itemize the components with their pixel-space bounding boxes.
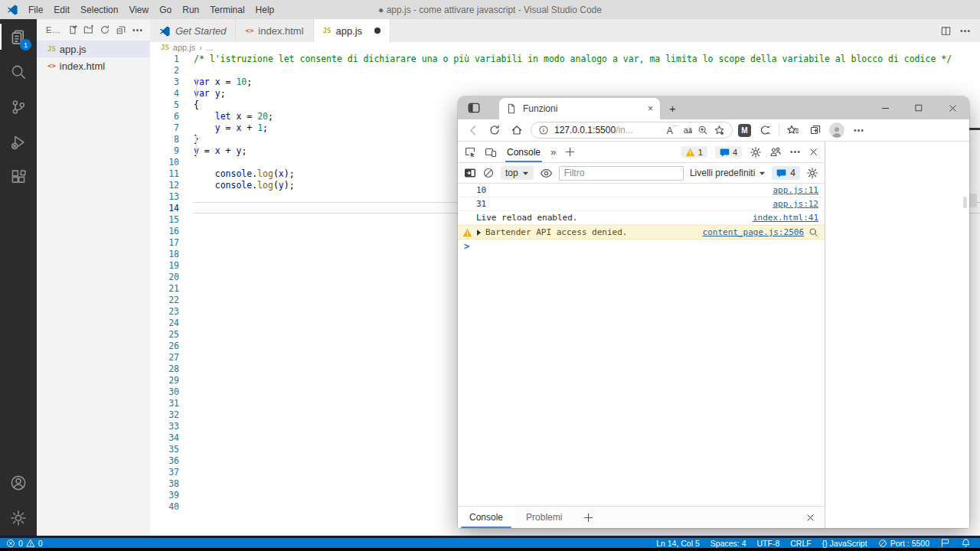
workspaces-icon[interactable] — [467, 101, 481, 115]
menu-terminal[interactable]: Terminal — [204, 5, 250, 15]
file-item-index-html[interactable]: <>index.html — [37, 57, 150, 74]
tab-close-icon[interactable]: × — [648, 103, 653, 114]
tab-app-js[interactable]: JSapp.js — [314, 19, 391, 42]
status-language-mode[interactable]: {} JavaScript — [822, 539, 867, 548]
file-item-app-js[interactable]: JSapp.js — [37, 41, 150, 57]
messages-count-chip[interactable]: 4 — [772, 166, 800, 180]
source-control-activity-button[interactable] — [0, 90, 37, 125]
favorites-icon[interactable] — [785, 124, 802, 136]
line-number: 20 — [150, 272, 179, 282]
settings-button[interactable] — [0, 500, 37, 536]
zoom-icon[interactable] — [697, 125, 708, 135]
notifications-bell-icon[interactable] — [961, 538, 971, 548]
drawer-tab-console[interactable]: Console — [458, 507, 514, 528]
collapse-folders-icon[interactable] — [116, 24, 126, 35]
search-activity-button[interactable] — [0, 54, 37, 90]
new-tab-button[interactable]: + — [669, 102, 676, 115]
home-button[interactable] — [508, 124, 525, 136]
tab-index-html[interactable]: <>index.html — [236, 19, 313, 42]
file-name: app.js — [60, 44, 87, 55]
drawer-add-tab[interactable] — [573, 507, 603, 528]
drawer-tab-problemi[interactable]: Problemi — [514, 507, 573, 528]
devtools-more-icon[interactable] — [789, 146, 801, 158]
code-line-2: 2 — [150, 64, 980, 76]
source-link[interactable]: index.html:41 — [753, 213, 818, 223]
refresh-button[interactable] — [486, 124, 503, 136]
problems-indicator[interactable]: 0 0 — [6, 539, 43, 548]
browser-titlebar: Funzioni × + — [458, 96, 969, 119]
tab-get-started[interactable]: Get Started — [150, 19, 236, 42]
status-cursor-position[interactable]: Ln 14, Col 5 — [656, 539, 700, 548]
refresh-explorer-icon[interactable] — [100, 24, 110, 35]
extension-c-icon[interactable] — [756, 124, 773, 136]
run-debug-activity-button[interactable] — [0, 125, 37, 160]
more-actions-icon[interactable] — [132, 24, 143, 36]
editor-more-actions-icon[interactable] — [959, 25, 971, 37]
line-number: 17 — [150, 237, 179, 248]
console-prompt[interactable]: > — [458, 240, 825, 253]
devtools-tab-console[interactable]: Console — [505, 142, 542, 162]
clear-console-icon[interactable] — [482, 167, 495, 179]
split-editor-icon[interactable] — [940, 25, 952, 37]
drawer-close-icon[interactable] — [796, 507, 825, 528]
more-tools-icon[interactable]: » — [550, 146, 556, 158]
inspect-element-icon[interactable] — [464, 146, 476, 158]
favorite-star-icon[interactable] — [714, 125, 725, 136]
log-levels-selector[interactable]: Livelli predefiniti — [690, 168, 766, 178]
warning-icon — [26, 539, 35, 548]
context-selector[interactable]: top — [501, 166, 534, 180]
live-expression-icon[interactable] — [540, 167, 553, 180]
console-sidebar-icon[interactable] — [464, 168, 476, 178]
warning-icon — [462, 228, 472, 237]
browser-tab[interactable]: Funzioni × — [499, 98, 660, 119]
browser-menu-icon[interactable] — [850, 125, 867, 136]
new-file-icon[interactable] — [67, 24, 78, 35]
explorer-activity-button[interactable]: 1 — [0, 19, 37, 54]
filter-input[interactable] — [559, 166, 684, 181]
editor-scrollbar[interactable] — [969, 194, 977, 207]
page-scrollbar[interactable] — [963, 197, 967, 208]
status-live-server-port[interactable]: Port : 5500 — [878, 539, 929, 548]
menu-selection[interactable]: Selection — [75, 5, 123, 15]
extension-m-icon[interactable]: M — [738, 124, 751, 137]
site-info-icon[interactable] — [538, 125, 549, 135]
new-folder-icon[interactable] — [83, 24, 94, 35]
menu-go[interactable]: Go — [154, 5, 177, 15]
menu-help[interactable]: Help — [250, 5, 280, 15]
messages-badge[interactable]: 4 — [715, 146, 742, 158]
expand-caret-icon[interactable] — [477, 230, 481, 236]
close-window-button[interactable] — [936, 96, 969, 119]
warnings-badge[interactable]: 1 — [681, 146, 707, 158]
read-aloud-icon[interactable]: A⌒ — [667, 125, 678, 136]
search-source-icon[interactable] — [808, 227, 818, 237]
add-tool-icon[interactable] — [564, 146, 576, 158]
menu-view[interactable]: View — [123, 5, 154, 15]
console-settings-icon[interactable] — [806, 167, 818, 179]
source-link[interactable]: app.js:12 — [773, 199, 818, 209]
html-file-icon: <> — [47, 62, 56, 70]
devtools-settings-icon[interactable] — [750, 146, 762, 158]
device-emulation-icon[interactable] — [485, 146, 497, 158]
profile-avatar[interactable] — [829, 122, 844, 138]
breadcrumb[interactable]: JS app.js › ... — [150, 42, 980, 53]
menu-edit[interactable]: Edit — [48, 5, 75, 15]
status-encoding[interactable]: UTF-8 — [757, 539, 780, 548]
source-link[interactable]: app.js:11 — [773, 185, 818, 195]
status-indentation[interactable]: Spaces: 4 — [710, 539, 746, 548]
devtools-feedback-icon[interactable] — [769, 146, 782, 158]
feedback-icon[interactable] — [940, 538, 950, 548]
menu-run[interactable]: Run — [177, 5, 204, 15]
translate-icon[interactable]: aă — [684, 126, 692, 135]
collections-icon[interactable] — [807, 124, 824, 136]
line-content: y = x + 1; — [179, 122, 268, 133]
menu-file[interactable]: File — [23, 5, 48, 15]
devtools-close-icon[interactable] — [808, 147, 818, 157]
address-bar[interactable]: 127.0.0.1:5500/in... A⌒ aă — [531, 122, 733, 139]
source-link[interactable]: content_page.js:2506 — [703, 227, 804, 237]
minimize-button[interactable] — [868, 96, 902, 119]
status-eol[interactable]: CRLF — [790, 539, 811, 548]
maximize-button[interactable] — [902, 96, 936, 119]
back-button[interactable] — [464, 124, 481, 137]
accounts-button[interactable] — [0, 465, 37, 500]
extensions-activity-button[interactable] — [0, 160, 37, 195]
